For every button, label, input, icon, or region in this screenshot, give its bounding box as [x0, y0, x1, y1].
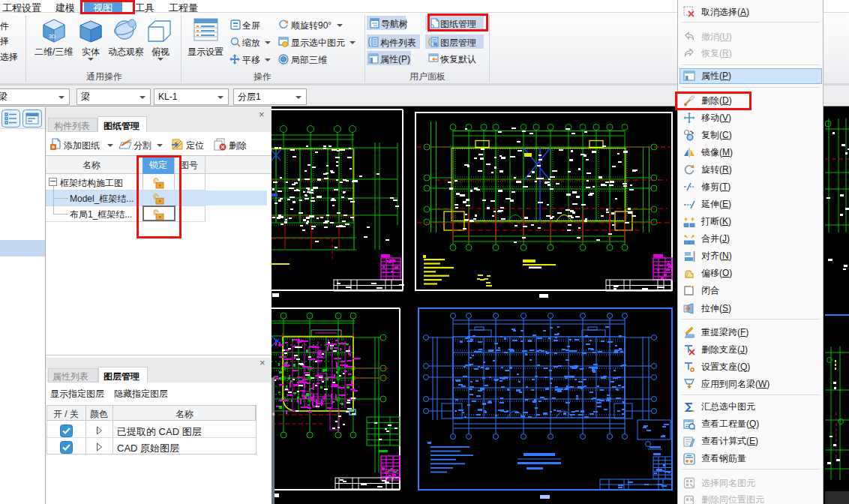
svg-text:3D: 3D [49, 34, 56, 39]
